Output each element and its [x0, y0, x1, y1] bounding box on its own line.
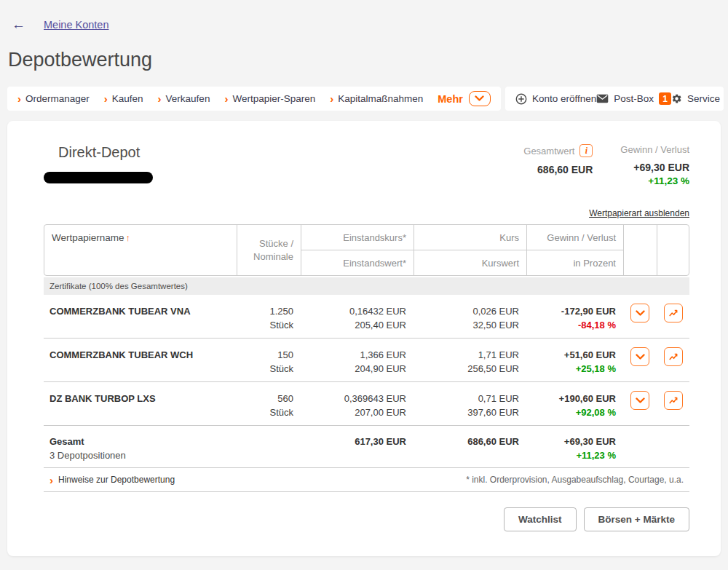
nav-item-label: Verkaufen: [166, 93, 210, 104]
total-kurswert: 686,60 EUR: [421, 435, 519, 448]
gesamtwert-label: Gesamtwert: [523, 146, 574, 157]
gewinn-verlust-block: Gewinn / Verlust +69,30 EUR +11,23 %: [620, 144, 689, 186]
service-button[interactable]: Service: [671, 93, 720, 104]
watchlist-button[interactable]: Watchlist: [504, 507, 577, 531]
stueck-cell: 560 Stück: [237, 382, 301, 425]
back-arrow-icon[interactable]: ←: [12, 17, 25, 31]
nav-item-wertpapier-sparen[interactable]: › Wertpapier-Sparen: [224, 93, 315, 104]
nav-bar: › Ordermanager › Kaufen › Verkaufen › We…: [7, 87, 721, 111]
chevron-right-icon: ›: [224, 93, 228, 104]
chevron-down-icon: [636, 397, 645, 404]
total-gewinn-pct: +11,23 %: [534, 448, 616, 462]
mehr-menu[interactable]: Mehr: [438, 91, 491, 106]
expand-row-button[interactable]: [630, 304, 649, 322]
table-row: COMMERZBANK TUBEAR WCH 150 Stück 1,366 E…: [44, 339, 689, 382]
gewinn-verlust-label: Gewinn / Verlust: [620, 144, 689, 155]
nav-item-label: Kaufen: [112, 93, 143, 104]
total-label: Gesamt: [50, 435, 231, 448]
depot-card: Direkt-Depot Gesamtwert i 686,60 EUR Gew…: [7, 121, 721, 556]
back-link[interactable]: Meine Konten: [44, 19, 108, 31]
table-row: DZ BANK TURBOP LXS 560 Stück 0,369643 EU…: [44, 382, 689, 426]
nav-item-kapitalmassnahmen[interactable]: › Kapitalmaßnahmen: [330, 93, 423, 104]
column-header-actions-1: [624, 225, 657, 275]
depot-identity: Direkt-Depot: [44, 144, 153, 186]
boersen-maerkte-button[interactable]: Börsen + Märkte: [584, 507, 689, 531]
gesamtwert-block: Gesamtwert i 686,60 EUR: [523, 144, 593, 186]
column-header-label: Wertpapiername: [52, 232, 124, 243]
chevron-right-icon: ›: [104, 93, 108, 104]
chevron-down-icon: [636, 354, 645, 360]
chevron-right-icon: ›: [50, 475, 53, 486]
expand-row-button[interactable]: [630, 347, 649, 366]
wertpapierart-toggle-link[interactable]: Wertpapierart ausblenden: [44, 208, 689, 218]
kurs-cell: 0,71 EUR 397,60 EUR: [414, 382, 526, 425]
postbox-label: Post-Box: [614, 93, 654, 104]
nav-left-segment: › Ordermanager › Kaufen › Verkaufen › We…: [7, 87, 501, 111]
gewinn-cell: +51,60 EUR +25,18 %: [526, 339, 623, 381]
column-header-einstandswert: Einstandswert*: [301, 250, 414, 275]
depot-header: Direkt-Depot Gesamtwert i 686,60 EUR Gew…: [44, 144, 689, 186]
gewinn-verlust-percent: +11,23 %: [620, 175, 689, 186]
nav-item-label: Kapitalmaßnahmen: [338, 93, 423, 104]
plus-circle-icon: [515, 93, 527, 105]
postbox-button[interactable]: Post-Box 1: [596, 92, 671, 105]
nav-item-verkaufen[interactable]: › Verkaufen: [158, 93, 210, 104]
column-header-einstandskurs: Einstandskurs*: [301, 225, 414, 250]
column-header-wertpapiername[interactable]: Wertpapiername ↑: [44, 225, 237, 275]
total-einstandswert: 617,30 EUR: [308, 435, 406, 448]
total-positions-count: 3 Depotpositionen: [50, 448, 231, 462]
gewinn-cell: +190,60 EUR +92,08 %: [526, 382, 623, 425]
section-band-zertifikate: Zertifikate (100% des Gesamtwertes): [44, 277, 689, 295]
back-row: ← Meine Konten: [0, 0, 728, 31]
postbox-badge: 1: [659, 92, 671, 105]
column-header-stuecke-nominale: Stücke / Nominale: [237, 225, 301, 275]
chart-button[interactable]: [664, 347, 683, 366]
einstand-cell: 0,16432 EUR 205,40 EUR: [301, 295, 414, 338]
instrument-name: COMMERZBANK TUBEAR VNA: [44, 295, 237, 338]
nav-item-label: Ordermanager: [25, 93, 90, 104]
service-label: Service: [687, 93, 720, 104]
trend-chart-icon: [668, 352, 678, 362]
nav-item-kaufen[interactable]: › Kaufen: [104, 93, 143, 104]
total-label-cell: Gesamt 3 Depotpositionen: [44, 426, 237, 467]
depot-summary: Gesamtwert i 686,60 EUR Gewinn / Verlust…: [523, 144, 689, 186]
sort-ascending-icon: ↑: [126, 232, 131, 243]
chevron-right-icon: ›: [17, 93, 21, 104]
gear-icon: [671, 93, 682, 104]
card-actions: Watchlist Börsen + Märkte: [44, 507, 689, 531]
einstand-cell: 0,369643 EUR 207,00 EUR: [301, 382, 414, 425]
chevron-right-icon: ›: [158, 93, 162, 104]
konto-eroeffnen-label: Konto eröffnen: [532, 93, 596, 104]
column-header-kurs: Kurs: [414, 225, 527, 250]
stueck-cell: 1.250 Stück: [237, 295, 301, 338]
account-number-redacted: [44, 172, 153, 183]
depot-title: Direkt-Depot: [58, 144, 153, 161]
kurs-cell: 0,026 EUR 32,50 EUR: [414, 295, 526, 338]
chevron-down-icon[interactable]: [469, 91, 491, 106]
nav-item-label: Wertpapier-Sparen: [232, 93, 315, 104]
konto-eroeffnen-button[interactable]: Konto eröffnen: [515, 93, 596, 105]
hinweise-link[interactable]: › Hinweise zur Depotbewertung: [50, 475, 175, 486]
gewinn-verlust-value: +69,30 EUR: [620, 162, 689, 173]
instrument-name: DZ BANK TURBOP LXS: [44, 382, 237, 425]
expand-row-button[interactable]: [630, 391, 649, 410]
stueck-cell: 150 Stück: [237, 339, 301, 381]
envelope-icon: [596, 94, 609, 103]
chevron-right-icon: ›: [330, 93, 333, 104]
table-footer-row: › Hinweise zur Depotbewertung * inkl. Or…: [44, 468, 689, 492]
column-header-in-prozent: in Prozent: [527, 250, 624, 275]
trend-chart-icon: [668, 395, 678, 405]
total-row: Gesamt 3 Depotpositionen 617,30 EUR 686,…: [44, 426, 689, 468]
chart-button[interactable]: [664, 391, 683, 410]
mehr-label: Mehr: [438, 93, 463, 105]
total-gewinn-eur: +69,30 EUR: [534, 435, 616, 448]
page-title: Depotbewertung: [8, 49, 728, 71]
column-header-actions-2: [657, 225, 690, 275]
table-header: Wertpapiername ↑ Stücke / Nominale Einst…: [44, 224, 689, 276]
chart-button[interactable]: [664, 304, 683, 322]
einstand-cell: 1,366 EUR 204,90 EUR: [301, 339, 414, 381]
chevron-down-icon: [636, 310, 645, 317]
nav-item-ordermanager[interactable]: › Ordermanager: [17, 93, 90, 104]
footnote: * inkl. Orderprovision, Ausgabeaufschlag…: [466, 475, 684, 485]
info-icon[interactable]: i: [579, 144, 593, 157]
